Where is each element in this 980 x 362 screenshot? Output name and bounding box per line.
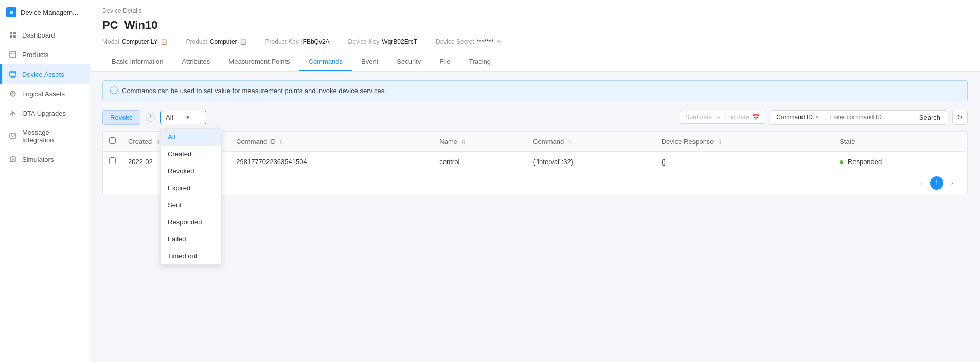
device-secret-meta: Device Secret ******* 👁 [436, 38, 502, 45]
search-button[interactable]: Search [913, 111, 947, 124]
main-content: Device Details PC_Win10 Model Computer L… [90, 0, 980, 362]
model-label: Model [102, 38, 119, 45]
row-state: Responded [833, 152, 967, 172]
info-icon: ⓘ [110, 86, 118, 96]
start-date-placeholder: Start date [685, 114, 712, 121]
calendar-icon: 📅 [752, 114, 760, 121]
device-key-value: WqrB02ErcT [382, 38, 417, 45]
revoke-button[interactable]: Revoke [102, 110, 140, 125]
tab-security[interactable]: Security [387, 52, 430, 71]
tab-commands[interactable]: Commands [299, 52, 352, 71]
tab-basic-information[interactable]: Basic Information [102, 52, 172, 71]
sidebar-item-simulators[interactable]: Simulators [0, 150, 90, 169]
dropdown-item-sent[interactable]: Sent [161, 196, 221, 213]
dropdown-arrow-icon: ▼ [185, 115, 190, 120]
sidebar-item-label: Device Assets [22, 70, 64, 78]
status-dropdown-wrapper: All ▼ All Created Revoked Expired Sent R… [160, 111, 206, 124]
col-header-command[interactable]: Command ⇅ [527, 132, 655, 152]
device-key-label: Device Key [348, 38, 380, 45]
model-copy-icon[interactable]: 📋 [161, 39, 168, 45]
command-id-input[interactable] [825, 111, 913, 124]
filter-label: Command ID ▼ [771, 111, 825, 124]
svg-rect-3 [13, 35, 16, 38]
dashboard-icon [9, 31, 17, 39]
device-assets-icon [9, 70, 17, 78]
created-sort-icon: ⇅ [156, 139, 160, 145]
svg-rect-4 [10, 51, 16, 58]
status-dot [840, 160, 843, 164]
device-secret-label: Device Secret [436, 38, 474, 45]
device-response-sort-icon: ⇅ [718, 139, 722, 145]
col-header-device-response[interactable]: Device Response ⇅ [655, 132, 833, 152]
sidebar-header: ■ Device Managem... [0, 0, 90, 25]
select-all-checkbox[interactable] [109, 137, 116, 144]
refresh-button[interactable]: ↻ [952, 110, 968, 125]
product-key-value: jFBbQy2A [301, 38, 330, 45]
col-header-command-id[interactable]: Command ID ⇅ [230, 132, 433, 152]
dropdown-item-created[interactable]: Created [161, 146, 221, 162]
row-checkbox[interactable] [109, 157, 116, 164]
select-all-header [103, 132, 122, 152]
svg-rect-14 [10, 134, 16, 138]
sidebar-item-device-assets[interactable]: Device Assets [0, 64, 90, 84]
message-integration-icon [9, 132, 17, 140]
end-date-placeholder: End date [724, 114, 749, 121]
status-label: Responded [848, 158, 882, 166]
sidebar-logo-icon: ■ [6, 7, 16, 17]
sidebar-item-dashboard[interactable]: Dashboard [0, 25, 90, 45]
dropdown-item-revoked[interactable]: Revoked [161, 162, 221, 179]
help-icon[interactable]: ? [146, 113, 155, 122]
sidebar-header-label: Device Managem... [21, 9, 78, 16]
sidebar-item-logical-assets[interactable]: Logical Assets [0, 84, 90, 103]
sidebar-item-label: Products [22, 51, 48, 59]
sidebar-item-ota-upgrades[interactable]: OTA Upgrades [0, 103, 90, 123]
device-secret-eye-icon[interactable]: 👁 [496, 39, 502, 45]
device-secret-value: ******* [477, 38, 494, 45]
tabs: Basic Information Attributes Measurement… [102, 52, 968, 71]
row-checkbox-cell [103, 152, 122, 172]
command-id-sort-icon: ⇅ [279, 139, 283, 145]
tab-file[interactable]: File [430, 52, 459, 71]
info-banner: ⓘ Commands can be used to set value for … [102, 80, 968, 101]
date-range-picker[interactable]: Start date → End date 📅 [680, 111, 765, 124]
device-meta: Model Computer LY 📋 Product Computer 📋 P… [102, 38, 968, 45]
model-meta: Model Computer LY 📋 [102, 38, 168, 45]
status-dropdown[interactable]: All ▼ [160, 111, 206, 124]
svg-rect-6 [10, 72, 16, 76]
sidebar-item-message-integration[interactable]: Message Integration [0, 123, 90, 150]
command-id-filter: Command ID ▼ Search [771, 110, 947, 125]
tab-event[interactable]: Event [352, 52, 387, 71]
dropdown-item-failed[interactable]: Failed [161, 230, 221, 247]
product-meta: Product Computer 📋 [186, 38, 247, 45]
dropdown-item-timed-out[interactable]: Timed out [161, 247, 221, 264]
tab-measurement-points[interactable]: Measurement Points [219, 52, 299, 71]
pagination: ‹ 1 › [103, 171, 967, 195]
dropdown-item-expired[interactable]: Expired [161, 179, 221, 196]
col-header-name[interactable]: Name ⇅ [433, 132, 527, 152]
svg-rect-2 [10, 35, 12, 38]
pagination-next-button[interactable]: › [946, 176, 959, 190]
pagination-prev-button[interactable]: ‹ [915, 176, 928, 190]
date-range-arrow-icon: → [715, 114, 721, 121]
sidebar: ■ Device Managem... Dashboard Products [0, 0, 90, 362]
dropdown-item-all[interactable]: All [161, 129, 221, 146]
tab-tracing[interactable]: Tracing [459, 52, 500, 71]
product-key-label: Product Key [265, 38, 299, 45]
sidebar-item-label: OTA Upgrades [22, 110, 66, 117]
page-title: PC_Win10 [102, 19, 968, 32]
product-value: Computer [210, 38, 237, 45]
pagination-page-1-button[interactable]: 1 [930, 176, 943, 190]
tab-attributes[interactable]: Attributes [172, 52, 219, 71]
sidebar-item-products[interactable]: Products [0, 45, 90, 64]
sidebar-item-label: Logical Assets [22, 90, 65, 98]
commands-table-wrapper: Created ⇅ Command ID ⇅ Name ⇅ Command [102, 131, 968, 195]
ota-upgrades-icon [9, 109, 17, 117]
svg-rect-0 [10, 32, 12, 34]
dropdown-item-responded[interactable]: Responded [161, 213, 221, 230]
sidebar-item-label: Simulators [22, 156, 54, 164]
sidebar-item-label: Dashboard [22, 31, 55, 39]
svg-rect-1 [13, 32, 16, 34]
logical-assets-icon [9, 89, 17, 98]
content-area: ⓘ Commands can be used to set value for … [90, 72, 980, 362]
product-copy-icon[interactable]: 📋 [240, 39, 247, 45]
